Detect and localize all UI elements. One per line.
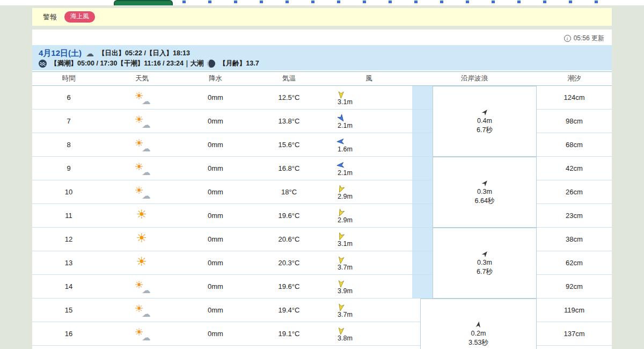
temp-value: 16.8°C: [252, 157, 326, 180]
sea-band: [412, 275, 433, 298]
cloud-icon: ☁: [86, 49, 94, 57]
temp-value: 20.3°C: [252, 251, 326, 274]
sunny-icon: ☀: [134, 256, 150, 270]
updated-text: 05:56 更新: [574, 34, 604, 43]
weather-cell: ☀☁: [105, 110, 179, 133]
sea-wind-warning-badge[interactable]: 海上風: [64, 11, 95, 23]
sun-cloud-icon: ☀☁: [134, 138, 150, 152]
wind-indicator: 3.9m: [326, 279, 356, 295]
wind-cell: 2.9m: [326, 204, 412, 227]
wind-direction-arrow: [336, 160, 346, 170]
weather-cell: ☀☁: [105, 299, 179, 322]
wave-period: 6.7秒: [477, 126, 493, 134]
sunrise-sunset-text: 【日出】05:22 /【日入】18:13: [98, 49, 190, 58]
weather-cell: ☀☁: [105, 180, 179, 203]
nav-button-fragment[interactable]: [114, 0, 173, 5]
hour-label: 7: [32, 110, 105, 133]
temp-value: [252, 346, 326, 349]
wind-indicator: 2.1m: [326, 161, 356, 177]
sunny-icon: ☀: [134, 232, 150, 246]
sun-cloud-icon: ☀☁: [134, 185, 150, 199]
sun-cloud-icon: ☀☁: [134, 303, 150, 317]
wind-speed: 3.1m: [338, 240, 353, 248]
header-precip: 降水: [179, 74, 252, 83]
temp-value: 20.6°C: [252, 228, 326, 251]
alert-label: 警報: [43, 12, 57, 22]
temp-value: 19.6°C: [252, 204, 326, 227]
weather-cell: ☀☁: [105, 275, 179, 298]
date-header-line1: 4月12日(土) ☁ 【日出】05:22 /【日入】18:13: [39, 48, 605, 58]
hour-label: 11: [32, 204, 105, 227]
wind-cell: 2.9m: [326, 180, 412, 203]
header-tide: 潮汐: [537, 74, 612, 83]
weather-cell: [105, 346, 179, 349]
wind-cell: 3.7m: [326, 251, 412, 274]
wind-indicator: 1.6m: [326, 137, 356, 153]
wind-cell: [326, 346, 412, 349]
wind-indicator: 3.7m: [326, 255, 356, 271]
tide-value: 62cm: [537, 251, 612, 274]
wave-height: 0.2m: [471, 329, 486, 338]
wind-indicator: 2.1m: [326, 113, 356, 129]
header-weather: 天気: [105, 74, 179, 83]
temp-value: 19.6°C: [252, 275, 326, 298]
hour-label: [32, 346, 105, 349]
tide-value: 38cm: [537, 228, 612, 251]
wave-group-cell: 0.2m3.53秒: [420, 299, 537, 349]
header-temp: 気温: [252, 74, 326, 83]
temp-value: 19.1°C: [252, 322, 326, 345]
wind-speed: 3.8m: [338, 335, 353, 342]
sun-cloud-icon: ☀☁: [134, 114, 150, 128]
wind-indicator: 3.8m: [326, 326, 356, 342]
precip-value: 0mm: [179, 133, 252, 156]
info-icon: i: [564, 35, 571, 42]
wind-speed: 2.1m: [338, 122, 353, 129]
wind-indicator: 2.9m: [326, 184, 356, 200]
tide-value: 98cm: [537, 110, 612, 133]
precip-value: 0mm: [179, 299, 252, 322]
moon-age-text: 【月齢】13.7: [219, 59, 259, 68]
updated-status: i 05:56 更新: [564, 34, 604, 43]
sun-cloud-icon: ☀☁: [134, 162, 150, 176]
wind-direction-arrow: [336, 136, 346, 146]
weather-cell: ☀: [105, 228, 179, 251]
moon-icon: [207, 60, 215, 68]
wind-speed: 3.9m: [338, 287, 353, 295]
wind-speed: 2.9m: [338, 216, 353, 224]
sea-band: [412, 204, 433, 227]
header-waves: 沿岸波浪: [412, 74, 537, 83]
wind-speed: 3.7m: [338, 264, 353, 271]
hour-label: 16: [32, 322, 105, 345]
tide-value: 23cm: [537, 204, 612, 227]
wave-direction-arrow: [474, 321, 483, 330]
sea-band: [412, 86, 433, 109]
tide-value: 42cm: [537, 157, 612, 180]
temp-value: 12.5°C: [252, 86, 326, 109]
weather-cell: ☀: [105, 251, 179, 274]
sun-cloud-icon: ☀☁: [134, 91, 150, 105]
weather-cell: ☀☁: [105, 133, 179, 156]
wave-group-cell: 0.3m6.7秒: [433, 228, 537, 299]
wind-cell: 3.9m: [326, 275, 412, 298]
tide-value: 124cm: [537, 86, 612, 109]
date-header-line2: 【満潮】05:00 / 17:30【干潮】11:16 / 23:24｜大潮 【月…: [39, 59, 605, 68]
date-title: 4月12日(土): [39, 48, 82, 59]
wave-group-cell: 0.4m6.7秒: [433, 86, 537, 157]
hour-label: 8: [32, 133, 105, 156]
table-header: 時間 天気 降水 気温 風 沿岸波浪 潮汐: [32, 71, 612, 86]
wind-direction-arrow: [336, 278, 346, 288]
wind-direction-arrow: [336, 89, 346, 99]
wind-cell: 2.1m: [326, 110, 412, 133]
tide-value: 26cm: [537, 180, 612, 203]
hour-label: 6: [32, 86, 105, 109]
hour-label: 15: [32, 299, 105, 322]
wind-speed: 3.7m: [338, 311, 353, 318]
precip-value: 0mm: [179, 251, 252, 274]
hour-label: 14: [32, 275, 105, 298]
tide-value: 137cm: [537, 322, 612, 345]
wind-cell: 1.6m: [326, 133, 412, 156]
wind-indicator: 3.1m: [326, 90, 356, 106]
forecast-panel: i 05:56 更新 4月12日(土) ☁ 【日出】05:22 /【日入】18:…: [32, 30, 612, 349]
tide-wave-icon: [39, 60, 47, 68]
hour-label: 9: [32, 157, 105, 180]
